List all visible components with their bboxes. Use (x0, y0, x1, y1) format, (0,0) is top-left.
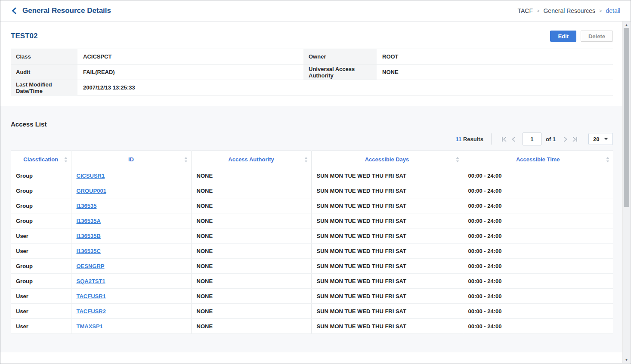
cell-access-authority: NONE (191, 213, 311, 228)
sort-icon (64, 156, 68, 163)
sort-icon (606, 156, 609, 163)
cell-classification: User (11, 289, 71, 304)
id-link[interactable]: TMAXSP1 (77, 323, 103, 330)
cell-access-authority: NONE (191, 289, 311, 304)
page-number-input[interactable] (523, 133, 541, 145)
detail-field-label: Class (11, 49, 77, 65)
id-link[interactable]: I136535 (77, 203, 97, 209)
detail-field-value: NONE (377, 65, 613, 80)
table-row: GroupOESNGRPNONESUN MON TUE WED THU FRI … (11, 259, 613, 274)
cell-accessible-days: SUN MON TUE WED THU FRI SAT (311, 259, 463, 274)
detail-field-label: Last Modified Date/Time (11, 80, 77, 96)
table-row: UserTMAXSP1NONESUN MON TUE WED THU FRI S… (11, 319, 613, 334)
cell-accessible-days: SUN MON TUE WED THU FRI SAT (311, 183, 463, 198)
id-link[interactable]: TACFUSR1 (77, 293, 106, 299)
cell-accessible-days: SUN MON TUE WED THU FRI SAT (311, 228, 463, 244)
cell-id: SQA2TST1 (71, 274, 191, 289)
id-link[interactable]: I136535B (77, 233, 101, 239)
cell-access-authority: NONE (191, 198, 311, 213)
results-label: Results (463, 136, 483, 142)
delete-button[interactable]: Delete (581, 31, 613, 42)
cell-classification: Group (11, 259, 71, 274)
detail-field-label (303, 80, 377, 96)
last-page-button[interactable] (571, 135, 579, 143)
scroll-down-icon[interactable]: ▼ (623, 358, 630, 361)
cell-classification: User (11, 304, 71, 319)
column-header-access-authority[interactable]: Access Authority (191, 151, 311, 168)
cell-accessible-days: SUN MON TUE WED THU FRI SAT (311, 304, 463, 319)
breadcrumb-item-detail[interactable]: detail (606, 7, 620, 14)
page-size-dropdown[interactable]: 20 (588, 133, 613, 145)
cell-access-authority: NONE (191, 168, 311, 183)
column-label: Accessible Days (365, 156, 409, 163)
cell-accessible-time: 00:00 - 24:00 (463, 168, 613, 183)
content: TEST02 Edit Delete ClassACICSPCTOwnerROO… (0, 22, 623, 352)
table-row: UserI136535CNONESUN MON TUE WED THU FRI … (11, 244, 613, 259)
column-header-accessible-time[interactable]: Accessible Time (463, 151, 613, 168)
vertical-scrollbar[interactable]: ▲ ▼ (622, 22, 630, 363)
breadcrumb-item-tacf[interactable]: TACF (518, 7, 533, 14)
column-header-id[interactable]: ID (71, 151, 191, 168)
id-link[interactable]: OESNGRP (77, 263, 105, 269)
first-page-icon (501, 136, 507, 142)
cell-classification: Group (11, 274, 71, 289)
cell-id: I136535A (71, 213, 191, 228)
first-page-button[interactable] (500, 135, 508, 143)
id-link[interactable]: I136535C (77, 248, 101, 254)
page-title: General Resource Details (22, 6, 111, 15)
column-label: Access Authority (228, 156, 274, 163)
detail-field-value: ACICSPCT (77, 49, 303, 65)
detail-field-label: Audit (11, 65, 77, 80)
cell-id: TACFUSR2 (71, 304, 191, 319)
sort-icon (184, 156, 188, 163)
next-page-button[interactable] (562, 135, 569, 143)
table-row: GroupI136535NONESUN MON TUE WED THU FRI … (11, 198, 613, 213)
id-link[interactable]: GROUP001 (77, 188, 106, 194)
prev-page-button[interactable] (510, 135, 517, 143)
scrollbar-thumb[interactable] (624, 28, 629, 207)
cell-accessible-days: SUN MON TUE WED THU FRI SAT (311, 244, 463, 259)
cell-id: GROUP001 (71, 183, 191, 198)
back-button[interactable] (11, 7, 17, 14)
cell-classification: Group (11, 198, 71, 213)
cell-id: OESNGRP (71, 259, 191, 274)
cell-accessible-time: 00:00 - 24:00 (463, 244, 613, 259)
breadcrumb-separator: > (537, 8, 539, 13)
detail-field-label: Universal Access Authority (303, 65, 377, 80)
sort-icon (304, 156, 308, 163)
cell-accessible-time: 00:00 - 24:00 (463, 213, 613, 228)
table-row: UserTACFUSR1NONESUN MON TUE WED THU FRI … (11, 289, 613, 304)
cell-classification: Group (11, 183, 71, 198)
table-row: GroupSQA2TST1NONESUN MON TUE WED THU FRI… (11, 274, 613, 289)
edit-button[interactable]: Edit (550, 31, 576, 42)
column-label: Accessible Time (516, 156, 560, 163)
action-buttons: Edit Delete (550, 31, 613, 42)
column-header-accessible-days[interactable]: Accessible Days (311, 151, 463, 168)
cell-id: CICSUSR1 (71, 168, 191, 183)
id-link[interactable]: I136535A (77, 218, 101, 224)
cell-id: I136535C (71, 244, 191, 259)
sort-icon (456, 156, 459, 163)
breadcrumb: TACF>General Resources>detail (518, 7, 620, 14)
id-link[interactable]: CICSUSR1 (77, 173, 105, 179)
detail-field-value: 2007/12/13 13:25:33 (77, 80, 303, 96)
toolbar-divider (491, 133, 492, 145)
cell-accessible-time: 00:00 - 24:00 (463, 289, 613, 304)
table-row: UserI136535BNONESUN MON TUE WED THU FRI … (11, 228, 613, 244)
access-list-title: Access List (11, 106, 613, 128)
page-size-value: 20 (593, 136, 599, 142)
table-row: UserTACFUSR2NONESUN MON TUE WED THU FRI … (11, 304, 613, 319)
id-link[interactable]: TACFUSR2 (77, 308, 106, 315)
cell-classification: Group (11, 213, 71, 228)
id-link[interactable]: SQA2TST1 (77, 278, 105, 284)
cell-accessible-days: SUN MON TUE WED THU FRI SAT (311, 319, 463, 334)
cell-access-authority: NONE (191, 228, 311, 244)
cell-classification: User (11, 228, 71, 244)
breadcrumb-item-general-resources[interactable]: General Resources (543, 7, 595, 14)
page-of-label: of 1 (546, 136, 556, 142)
scroll-up-icon[interactable]: ▲ (623, 23, 630, 26)
detail-field-value (377, 80, 613, 96)
access-list-section: Access List 11 Results (0, 106, 623, 352)
cell-accessible-days: SUN MON TUE WED THU FRI SAT (311, 213, 463, 228)
column-header-classfication[interactable]: Classfication (11, 151, 71, 168)
